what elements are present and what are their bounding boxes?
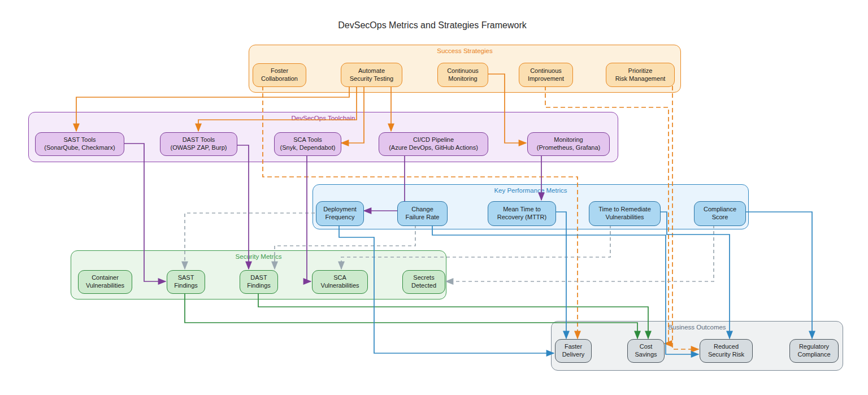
node-mean-time-to-recovery: Mean Time to Recovery (MTTR) — [488, 201, 556, 226]
node-sast-findings: SAST Findings — [167, 270, 205, 294]
node-regulatory-compliance: Regulatory Compliance — [789, 339, 839, 363]
node-dast-tools: DAST Tools (OWASP ZAP, Burp) — [160, 132, 237, 156]
edge-ttrv-to-reduced-security-risk — [659, 212, 730, 338]
cluster-label-security-metrics: Security Metrics — [71, 253, 446, 260]
node-continuous-monitoring: Continuous Monitoring — [437, 63, 488, 87]
edge-compliance-score-to-regulatory-compliance — [745, 212, 812, 338]
node-cost-savings: Cost Savings — [627, 339, 665, 363]
node-reduced-security-risk: Reduced Security Risk — [700, 339, 753, 363]
node-change-failure-rate: Change Failure Rate — [397, 201, 448, 226]
node-compliance-score: Compliance Score — [694, 201, 746, 226]
node-dast-findings: DAST Findings — [240, 270, 278, 294]
node-sast-tools: SAST Tools (SonarQube, Checkmarx) — [35, 132, 124, 156]
cluster-label-success-strategies: Success Strategies — [249, 47, 680, 54]
node-time-to-remediate-vulnerabilities: Time to Remediate Vulnerabilities — [589, 201, 661, 226]
devsecops-framework-diagram: DevSecOps Metrics and Strategies Framewo… — [0, 0, 868, 395]
cluster-label-devsecops-toolchain: DevSecOps Toolchain — [29, 115, 618, 121]
node-faster-delivery: Faster Delivery — [555, 339, 592, 363]
node-sca-tools: SCA Tools (Snyk, Dependabot) — [274, 132, 341, 156]
node-container-vulnerabilities: Container Vulnerabilities — [78, 270, 132, 294]
cluster-label-key-performance-metrics: Key Performance Metrics — [313, 187, 748, 194]
edge-mttr-to-faster-delivery — [555, 212, 566, 338]
node-secrets-detected: Secrets Detected — [402, 270, 445, 294]
node-automate-security-testing: Automate Security Testing — [341, 63, 402, 87]
cluster-label-business-outcomes: Business Outcomes — [552, 324, 843, 331]
node-monitoring: Monitoring (Prometheus, Grafana) — [527, 132, 610, 156]
node-continuous-improvement: Continuous Improvement — [519, 63, 573, 87]
node-cicd-pipeline: CI/CD Pipeline (Azure DevOps, GitHub Act… — [379, 132, 488, 156]
node-foster-collaboration: Foster Collaboration — [253, 63, 306, 87]
node-deployment-frequency: Deployment Frequency — [316, 201, 364, 226]
node-prioritize-risk-management: Prioritize Risk Management — [606, 63, 675, 87]
edge-compliance-score-to-secrets-detected — [446, 225, 714, 281]
diagram-title: DevSecOps Metrics and Strategies Framewo… — [0, 20, 865, 31]
node-sca-vulnerabilities: SCA Vulnerabilities — [312, 270, 368, 294]
